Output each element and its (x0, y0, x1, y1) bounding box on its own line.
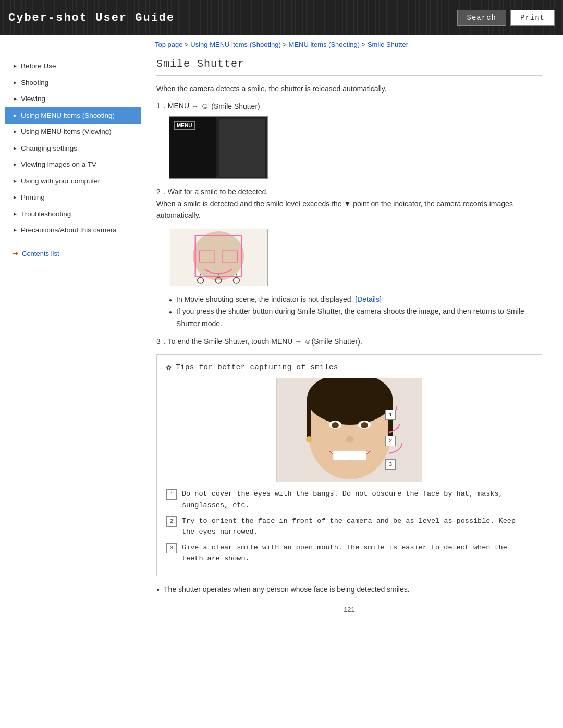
chevron-right-icon: ► (13, 227, 18, 233)
sidebar-item-using-with-computer[interactable]: ► Using with your computer (5, 173, 141, 190)
bullet-item-2: If you press the shutter button during S… (169, 305, 542, 330)
num-badge-3: 3 (166, 543, 177, 553)
tips-box: ✿ Tips for better capturing of smiles (156, 354, 542, 576)
face-detection-svg (169, 229, 267, 286)
sidebar-item-troubleshooting[interactable]: ► Troubleshooting (5, 206, 141, 223)
page-number: 121 (156, 606, 542, 613)
sidebar-item-viewing[interactable]: ► Viewing (5, 91, 141, 107)
callout-1: 1 (385, 410, 396, 420)
tips-title: Tips for better capturing of smiles (176, 363, 338, 372)
sidebar-item-label: Troubleshooting (21, 209, 71, 219)
callout-3: 3 (385, 459, 396, 470)
chevron-right-icon: ► (13, 95, 18, 102)
sidebar-item-label: Precautions/About this camera (21, 226, 117, 235)
tip-instruction-2: 2 Try to orient the face in front of the… (166, 515, 532, 538)
sidebar-item-label: Shooting (21, 78, 48, 88)
footer-note-text: The shutter operates when any person who… (164, 584, 410, 595)
main-content: Smile Shutter When the camera detects a … (141, 52, 558, 629)
tip-text-2: Try to orient the face in front of the c… (182, 515, 532, 538)
chevron-right-icon: ► (13, 178, 18, 184)
step1: 1．MENU → ☺ (Smile Shutter) (156, 102, 542, 111)
sidebar-item-changing-settings[interactable]: ► Changing settings (5, 140, 141, 157)
bullet-text-1: In Movie shooting scene, the indicator i… (176, 293, 382, 306)
sidebar: ► Before Use ► Shooting ► Viewing ► Usin… (5, 52, 141, 629)
chevron-right-icon: ► (13, 211, 18, 217)
svg-rect-24 (333, 451, 366, 460)
tips-photo: 1 2 3 (276, 378, 422, 482)
arrow-right-icon: ➔ (13, 249, 19, 257)
tips-header: ✿ Tips for better capturing of smiles (166, 362, 532, 373)
sidebar-item-precautions[interactable]: ► Precautions/About this camera (5, 222, 141, 239)
header-actions: Search Print (457, 10, 555, 26)
breadcrumb-link-4[interactable]: Smile Shutter (368, 41, 408, 48)
sidebar-item-label: Viewing (21, 94, 45, 104)
tips-photo-svg (277, 378, 422, 482)
page-title: Smile Shutter (156, 58, 542, 76)
breadcrumb: Top page > Using MENU items (Shooting) >… (0, 35, 563, 52)
contents-list-link[interactable]: Contents list (22, 250, 59, 257)
chevron-right-icon: ► (13, 145, 18, 152)
svg-rect-17 (307, 399, 311, 440)
sidebar-item-label: Changing settings (21, 144, 77, 153)
svg-point-23 (346, 436, 354, 442)
face-detection-image (169, 229, 268, 286)
num-badge-2: 2 (166, 516, 177, 527)
sidebar-item-label: Printing (21, 193, 45, 202)
step1-suffix: (Smile Shutter) (211, 102, 260, 110)
chevron-right-icon: ► (13, 194, 18, 201)
chevron-right-icon: ► (13, 79, 18, 86)
bullet-list: In Movie shooting scene, the indicator i… (169, 293, 542, 330)
step2: 2．Wait for a smile to be detected. When … (156, 186, 542, 221)
chevron-right-icon: ► (13, 112, 18, 119)
sidebar-item-using-menu-viewing[interactable]: ► Using MENU items (Viewing) (5, 124, 141, 140)
sidebar-item-viewing-tv[interactable]: ► Viewing images on a TV (5, 156, 141, 173)
tip-text-3: Give a clear smile with an open mouth. T… (182, 542, 532, 564)
sidebar-item-printing[interactable]: ► Printing (5, 189, 141, 206)
footer-note: The shutter operates when any person who… (156, 584, 542, 595)
breadcrumb-link-2[interactable]: Using MENU items (Shooting) (190, 41, 280, 48)
print-button[interactable]: Print (510, 10, 555, 26)
svg-point-25 (306, 436, 312, 442)
details-link[interactable]: [Details] (355, 295, 382, 303)
step1-prefix: 1．MENU (156, 102, 189, 111)
chevron-right-icon: ► (13, 63, 18, 69)
tip-instruction-3: 3 Give a clear smile with an open mouth.… (166, 542, 532, 564)
search-button[interactable]: Search (457, 10, 506, 26)
sidebar-item-label: Using MENU items (Shooting) (21, 111, 115, 120)
page-layout: ► Before Use ► Shooting ► Viewing ► Usin… (5, 52, 558, 629)
svg-rect-2 (219, 119, 265, 177)
sidebar-item-using-menu-shooting[interactable]: ► Using MENU items (Shooting) (5, 107, 141, 124)
step3: 3．To end the Smile Shutter, touch MENU →… (156, 336, 542, 347)
sidebar-item-shooting[interactable]: ► Shooting (5, 75, 141, 91)
contents-list-link-container: ➔ Contents list (5, 245, 141, 262)
camera-screenshot: MENU (169, 116, 268, 179)
page-header: Cyber-shot User Guide Search Print (0, 0, 563, 35)
step2-body: When a smile is detected and the smile l… (156, 198, 542, 221)
bullet-text-2: If you press the shutter button during S… (176, 305, 542, 330)
site-title: Cyber-shot User Guide (8, 11, 175, 24)
step2-title: 2．Wait for a smile to be detected. (156, 186, 542, 198)
menu-tag: MENU (174, 121, 195, 130)
smile-icon: ☺ (201, 102, 209, 111)
intro-text: When the camera detects a smile, the shu… (156, 83, 542, 94)
chevron-right-icon: ► (13, 128, 18, 135)
num-badge-1: 1 (166, 489, 177, 500)
breadcrumb-link-1[interactable]: Top page (155, 41, 183, 48)
sidebar-item-before-use[interactable]: ► Before Use (5, 58, 141, 75)
svg-point-21 (332, 422, 339, 428)
bullet-item-1: In Movie shooting scene, the indicator i… (169, 293, 542, 306)
step3-text: 3．To end the Smile Shutter, touch MENU →… (156, 337, 362, 346)
callout-2: 2 (385, 436, 396, 446)
sidebar-item-label: Using MENU items (Viewing) (21, 127, 112, 137)
sidebar-item-label: Using with your computer (21, 177, 100, 186)
tip-text-1: Do not cover the eyes with the bangs. Do… (182, 488, 532, 511)
tips-icon: ✿ (166, 362, 172, 373)
sidebar-item-label: Viewing images on a TV (21, 160, 96, 169)
svg-point-22 (361, 422, 368, 428)
breadcrumb-link-3[interactable]: MENU items (Shooting) (289, 41, 360, 48)
sidebar-item-label: Before Use (21, 61, 56, 71)
chevron-right-icon: ► (13, 161, 18, 168)
step1-arrow: → (191, 102, 199, 110)
tip-instruction-1: 1 Do not cover the eyes with the bangs. … (166, 488, 532, 511)
